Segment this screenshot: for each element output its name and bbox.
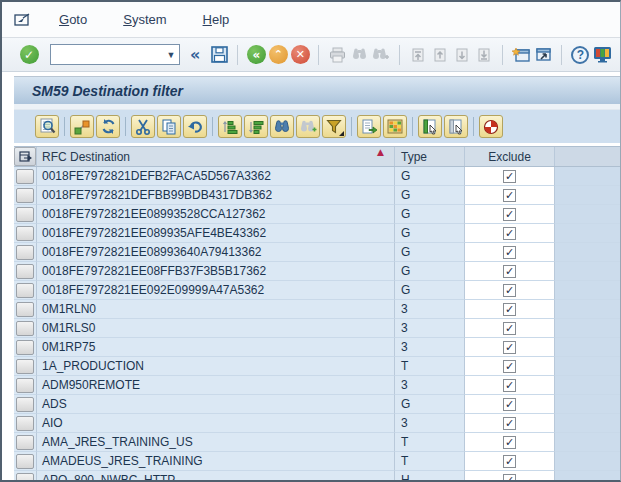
exclude-checkbox[interactable] [503,322,516,335]
row-selector[interactable] [14,281,36,300]
cut-button[interactable] [131,115,155,138]
row-selector[interactable] [14,243,36,262]
row-selector[interactable] [14,224,36,243]
exclude-checkbox[interactable] [503,246,516,259]
type-cell[interactable]: 3 [394,319,464,338]
row-selector-button[interactable] [16,340,34,355]
type-cell[interactable]: T [394,433,464,452]
find-button[interactable] [348,43,370,67]
row-selector[interactable] [14,471,36,482]
exclude-checkbox[interactable] [503,417,516,430]
row-selector-button[interactable] [16,397,34,412]
command-input[interactable] [51,46,163,63]
exclude-checkbox[interactable] [503,303,516,316]
rfc-destination-cell[interactable]: 0M1RLN0 [36,300,394,319]
type-cell[interactable]: T [394,452,464,471]
exclude-checkbox[interactable] [503,474,516,482]
table-settings-button[interactable] [479,115,503,138]
rfc-destination-cell[interactable]: 0M1RP75 [36,338,394,357]
row-selector-button[interactable] [16,359,34,374]
type-cell[interactable]: T [394,357,464,376]
row-selector-button[interactable] [16,473,34,482]
exclude-checkbox[interactable] [503,455,516,468]
row-selector-button[interactable] [16,264,34,279]
select-all-button[interactable] [14,147,36,166]
row-selector[interactable] [14,319,36,338]
row-selector[interactable] [14,357,36,376]
exclude-checkbox[interactable] [503,360,516,373]
new-session-button[interactable] [510,43,532,67]
exit-button[interactable]: ⌃ [267,43,289,67]
export-button[interactable] [357,115,381,138]
menu-item[interactable]: Goto [59,12,87,27]
details-button[interactable] [35,115,59,138]
delete-row-button[interactable] [444,115,468,138]
menu-item[interactable]: Help [203,12,230,27]
previous-page-button[interactable] [429,43,451,67]
exclude-checkbox[interactable] [503,189,516,202]
rfc-destination-cell[interactable]: 0018FE7972821EE089935AFE4BE43362 [36,224,394,243]
row-selector-button[interactable] [16,207,34,222]
save-button[interactable] [208,43,230,67]
insert-row-button[interactable] [418,115,442,138]
rfc-destination-cell[interactable]: 0018FE7972821EE08993640A79413362 [36,243,394,262]
rfc-destination-cell[interactable]: AIO [36,414,394,433]
row-selector[interactable] [14,205,36,224]
row-selector[interactable] [14,433,36,452]
rfc-destination-cell[interactable]: 0018FE7972821EE092E09999A47A5362 [36,281,394,300]
row-selector-button[interactable] [16,169,34,184]
help-button[interactable]: ? [569,43,591,67]
rfc-destination-cell[interactable]: 0018FE7972821EE08FFB37F3B5B17362 [36,262,394,281]
type-cell[interactable]: G [394,243,464,262]
customize-layout-button[interactable] [591,43,613,67]
rfc-destination-cell[interactable]: 0018FE7972821DEFB2FACA5D567A3362 [36,167,394,186]
rfc-destination-cell[interactable]: APO_800_NWBC_HTTP [36,471,394,482]
row-selector[interactable] [14,300,36,319]
type-cell[interactable]: G [394,395,464,414]
exclude-checkbox[interactable] [503,227,516,240]
last-page-button[interactable] [473,43,495,67]
rfc-destination-cell[interactable]: AMA_JRES_TRAINING_US [36,433,394,452]
exclude-checkbox[interactable] [503,265,516,278]
rfc-destination-cell[interactable]: 0M1RLS0 [36,319,394,338]
type-cell[interactable]: G [394,224,464,243]
exclude-checkbox[interactable] [503,170,516,183]
first-page-button[interactable] [407,43,429,67]
menu-item[interactable]: System [123,12,166,27]
sort-ascending-button[interactable] [218,115,242,138]
row-selector[interactable] [14,414,36,433]
type-cell[interactable]: 3 [394,376,464,395]
rfc-destination-cell[interactable]: ADS [36,395,394,414]
find-button[interactable] [270,115,294,138]
command-field[interactable]: ▼ [50,44,180,65]
cancel-button[interactable]: ✕ [289,43,311,67]
collapse-icon[interactable]: « [190,45,200,64]
row-selector-button[interactable] [16,435,34,450]
print-button[interactable] [326,43,348,67]
window-menu-icon[interactable] [14,13,31,27]
type-cell[interactable]: G [394,167,464,186]
command-dropdown-icon[interactable]: ▼ [163,50,179,60]
rfc-destination-cell[interactable]: ADM950REMOTE [36,376,394,395]
exclude-checkbox[interactable] [503,284,516,297]
type-cell[interactable]: H [394,471,464,482]
row-selector-button[interactable] [16,321,34,336]
exclude-checkbox[interactable] [503,341,516,354]
undo-button[interactable] [183,115,207,138]
row-selector-button[interactable] [16,302,34,317]
exclude-checkbox[interactable] [503,208,516,221]
hierarchy-button[interactable] [70,115,94,138]
row-selector[interactable] [14,338,36,357]
row-selector-button[interactable] [16,245,34,260]
type-cell[interactable]: G [394,205,464,224]
row-selector-button[interactable] [16,283,34,298]
type-cell[interactable]: G [394,186,464,205]
exclude-checkbox[interactable] [503,398,516,411]
create-shortcut-button[interactable] [532,43,554,67]
column-header-type[interactable]: Type [394,147,464,166]
row-selector[interactable] [14,395,36,414]
sort-descending-button[interactable] [244,115,268,138]
enter-button[interactable]: ✓ [18,43,40,67]
row-selector[interactable] [14,376,36,395]
refresh-button[interactable] [96,115,120,138]
